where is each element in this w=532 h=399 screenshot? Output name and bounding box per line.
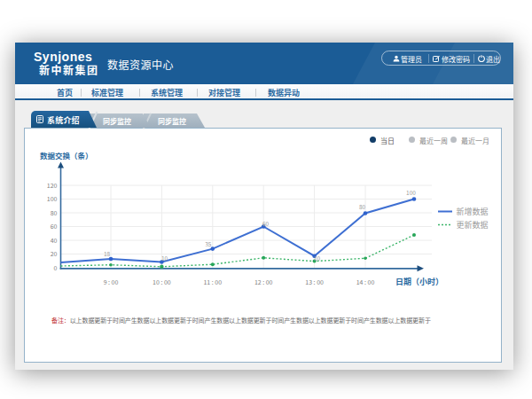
svg-text:11 : 00: 11 : 00	[203, 278, 222, 286]
svg-text:35: 35	[205, 239, 212, 248]
svg-text:0: 0	[54, 263, 58, 272]
svg-text:新增数据: 新增数据	[457, 206, 489, 217]
svg-text:10: 10	[314, 254, 321, 262]
svg-text:10: 10	[161, 254, 168, 262]
svg-text:18: 18	[104, 249, 111, 258]
svg-text:日期（小时）: 日期（小时）	[395, 276, 443, 287]
svg-text:更新数据: 更新数据	[457, 219, 489, 231]
svg-text:40: 40	[51, 236, 58, 245]
svg-text:数据交换（条）: 数据交换（条）	[40, 150, 93, 160]
svg-text:80: 80	[359, 202, 366, 211]
svg-text:20: 20	[51, 249, 58, 258]
svg-text:100: 100	[406, 188, 416, 197]
svg-text:14 : 00: 14 : 00	[356, 278, 375, 286]
svg-text:13 : 00: 13 : 00	[305, 278, 324, 286]
svg-text:100: 100	[47, 194, 58, 203]
svg-text:12 : 00: 12 : 00	[254, 278, 273, 286]
svg-text:80: 80	[51, 208, 58, 217]
svg-text:60: 60	[51, 222, 58, 231]
svg-text:60: 60	[262, 219, 270, 228]
svg-text:9 : 00: 9 : 00	[104, 278, 119, 286]
svg-text:120: 120	[47, 181, 58, 190]
svg-text:10 : 00: 10 : 00	[153, 278, 171, 286]
